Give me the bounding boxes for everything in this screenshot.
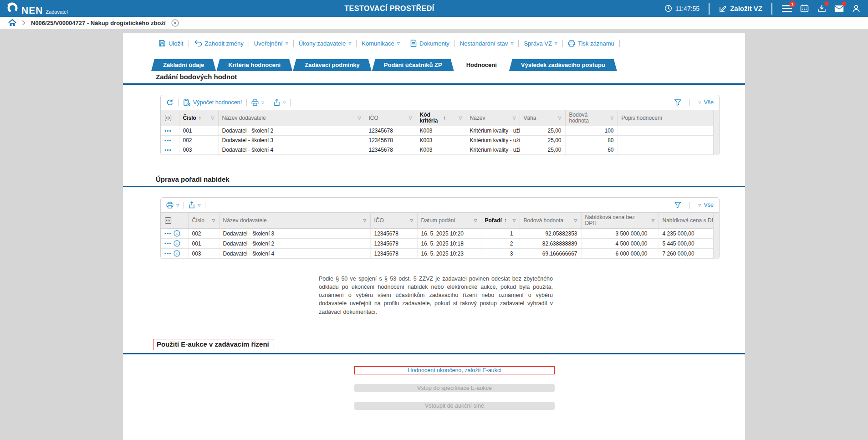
row-menu-icon[interactable] — [164, 139, 171, 142]
column-header-cena-s-dph[interactable]: Nabídková cena s DPH — [659, 213, 720, 229]
filter-icon[interactable]: ▽ — [557, 116, 562, 120]
contracting-actions-menu[interactable]: Úkony zadavatele ▽ — [299, 40, 352, 47]
export-button[interactable]: ▽ — [189, 201, 200, 209]
divider — [689, 99, 690, 106]
refresh-button[interactable] — [166, 99, 174, 106]
table-row[interactable]: 001Dodavatel - školení 2 1234567816. 5. … — [161, 239, 720, 249]
close-tab-icon[interactable] — [171, 19, 179, 27]
row-menu-icon[interactable] — [164, 130, 171, 132]
environment-title: TESTOVACÍ PROSTŘEDÍ — [344, 5, 434, 13]
column-header-vaha[interactable]: Váha ▽ — [520, 110, 565, 126]
scoring-table-toolbar: Výpočet hodnocení ▽ — [161, 95, 719, 110]
column-settings-header[interactable] — [161, 213, 188, 229]
nen-logo[interactable]: NEN Zadavatel — [6, 2, 68, 15]
filter-all-button[interactable]: ▽ Vše — [698, 99, 714, 106]
row-menu-icon[interactable] — [164, 149, 171, 151]
discard-changes-button[interactable]: Zahodit změny — [194, 40, 244, 47]
row-menu-icon[interactable] — [164, 252, 171, 255]
table-row[interactable]: 002Dodavatel - školení 3 1234567816. 5. … — [161, 229, 720, 239]
table-row[interactable]: 002Dodavatel - školení 3 12345678K003 Kr… — [161, 136, 720, 145]
info-icon[interactable] — [174, 230, 180, 237]
filter-all-button[interactable]: ▽ Vše — [698, 202, 714, 208]
column-header-datum-podani[interactable]: Datum podání ▽ — [417, 213, 481, 229]
column-header-popis[interactable]: Popis hodnocení — [618, 110, 720, 126]
downloads-button[interactable] — [816, 3, 827, 14]
filter-icon[interactable]: ▽ — [356, 116, 361, 120]
tab-zakladni-udaje[interactable]: Základní údaje — [151, 59, 216, 71]
finish-evaluation-create-eauction-button[interactable]: Hodnocení ukončeno, založit E-aukci — [354, 366, 555, 374]
column-header-cislo[interactable]: Číslo ▽ — [188, 213, 219, 229]
nonstandard-state-menu[interactable]: Nestandardní stav ▽ — [460, 40, 514, 47]
filter-icon[interactable]: ▽ — [472, 218, 477, 223]
column-header-dodavatel[interactable]: Název dodavatele ▽ — [218, 110, 365, 126]
tab-podani-ucastniku[interactable]: Podání účastníků ZP — [372, 59, 454, 71]
column-header-ico[interactable]: IČO ▽ — [370, 213, 417, 229]
column-header-bodova-hodnota[interactable]: Bodová hodnota ▽ — [565, 110, 618, 126]
filter-funnel-icon[interactable] — [674, 99, 681, 106]
calc-evaluation-button[interactable]: Výpočet hodnocení — [183, 99, 242, 107]
table-row[interactable]: 003Dodavatel - školení 4 1234567816. 5. … — [161, 249, 720, 259]
column-header-cena-bez-dph[interactable]: Nabídková cena bez DPH ▽ — [581, 213, 659, 229]
profile-button[interactable] — [851, 3, 862, 14]
table-header-row: Číslo ↑ ▽ Název dodavatele ▽ IČO ▽ Kód k… — [161, 110, 720, 126]
column-header-ico[interactable]: IČO ▽ — [365, 110, 416, 126]
documents-button[interactable]: Dokumenty — [410, 40, 449, 47]
home-icon[interactable] — [8, 19, 16, 26]
row-menu-icon[interactable] — [164, 242, 171, 245]
filter-icon[interactable]: ▽ — [457, 116, 462, 120]
caret-down-icon: ▽ — [176, 203, 179, 207]
table-row[interactable]: 003Dodavatel - školení 4 12345678K003 Kr… — [161, 145, 720, 155]
vertical-scrollbar[interactable] — [713, 213, 719, 259]
enter-auction-room-button[interactable]: Vstoupit do aukční síně — [354, 402, 555, 410]
info-icon[interactable] — [174, 240, 180, 247]
legal-note: Podle § 50 ve spojení s § 53 odst. 5 ZZV… — [319, 275, 553, 316]
tab-zadavaci-podminky[interactable]: Zadávací podmínky — [293, 59, 372, 71]
publish-menu[interactable]: Uveřejnění ▽ — [254, 40, 288, 47]
tab-kriteria-hodnoceni[interactable]: Kritéria hodnocení — [216, 59, 292, 71]
vz-admin-menu[interactable]: Správa VZ ▽ — [524, 40, 557, 47]
filter-icon[interactable]: ▽ — [572, 218, 577, 223]
table-row[interactable]: 001Dodavatel - školení 2 12345678K003 Kr… — [161, 126, 720, 136]
filter-icon[interactable]: ▽ — [609, 116, 614, 120]
info-icon[interactable] — [174, 250, 180, 257]
filter-icon[interactable]: ▽ — [362, 218, 367, 223]
save-button[interactable]: Uložit — [158, 40, 184, 47]
tab-vysledek[interactable]: Výsledek zadávacího postupu — [509, 59, 617, 71]
communication-menu[interactable]: Komunikace ▽ — [362, 40, 400, 47]
filter-icon[interactable]: ▽ — [511, 116, 516, 120]
print-record-button[interactable]: Tisk záznamu — [568, 40, 614, 47]
calendar-button[interactable] — [799, 3, 810, 14]
column-header-kod-kriteria[interactable]: Kód kritéria ↑ ▽ — [416, 110, 466, 126]
person-icon — [852, 5, 860, 13]
print-table-button[interactable]: ▽ — [251, 99, 264, 106]
scoring-table: Číslo ↑ ▽ Název dodavatele ▽ IČO ▽ Kód k… — [161, 110, 720, 155]
caret-down-icon: ▽ — [555, 41, 557, 46]
filter-icon[interactable]: ▽ — [407, 116, 412, 120]
enter-eauction-specification-button[interactable]: Vstup do specifikace E-aukce — [354, 384, 555, 392]
column-header-cislo[interactable]: Číslo ↑ ▽ — [179, 110, 218, 126]
sort-asc-icon: ↑ — [199, 115, 201, 121]
caret-down-icon: ▽ — [348, 41, 351, 46]
filter-icon[interactable]: ▽ — [408, 218, 414, 223]
section-ranking: Úprava pořadí nabídek ▽ — [123, 175, 745, 316]
menu-button[interactable]: 1 — [781, 3, 792, 14]
print-table-button[interactable]: ▽ — [166, 202, 179, 209]
messages-button[interactable] — [833, 3, 844, 14]
filter-icon[interactable]: ▽ — [650, 218, 655, 223]
column-header-dodavatel[interactable]: Název dodavatele ▽ — [219, 213, 370, 229]
create-vz-button[interactable]: Založit VZ — [719, 5, 762, 13]
column-settings-icon — [164, 217, 172, 224]
export-button[interactable]: ▽ — [274, 99, 286, 106]
section-scoring: Zadání bodových hodnot — [123, 73, 745, 155]
row-menu-icon[interactable] — [164, 232, 171, 235]
column-header-nazev[interactable]: Název ▽ — [466, 110, 520, 126]
tab-hodnoceni[interactable]: Hodnocení — [454, 59, 509, 71]
column-settings-header[interactable] — [161, 110, 179, 126]
column-header-bodova-hodnota[interactable]: Bodová hodnota ▽ — [520, 213, 581, 229]
column-header-poradi[interactable]: Pořadí ↑ ▽ — [481, 213, 520, 229]
filter-icon[interactable]: ▽ — [511, 218, 516, 223]
filter-icon[interactable]: ▽ — [209, 116, 214, 120]
filter-funnel-icon[interactable] — [674, 202, 681, 208]
filter-icon[interactable]: ▽ — [210, 218, 215, 223]
vertical-scrollbar[interactable] — [713, 110, 719, 155]
